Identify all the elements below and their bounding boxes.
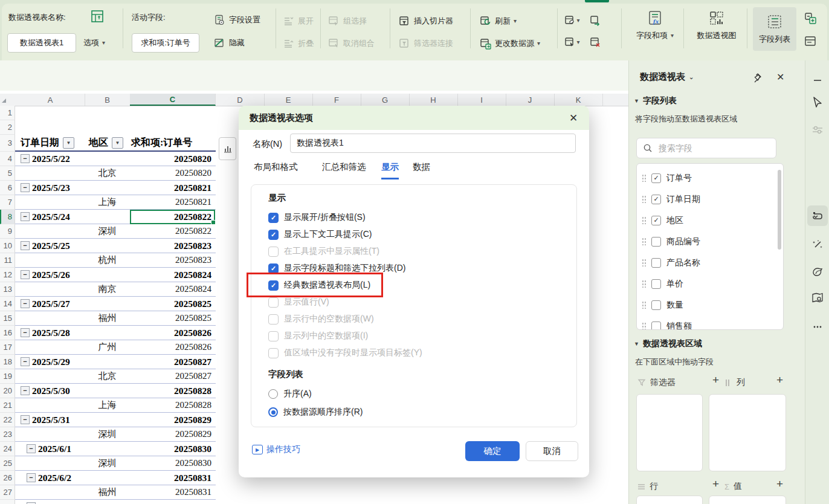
checkbox-icon[interactable]: ✓	[268, 263, 279, 274]
row-number-17[interactable]: 17	[0, 340, 15, 355]
select-all-corner[interactable]	[2, 99, 6, 103]
select-pivot-button[interactable]: ▾	[564, 35, 580, 50]
value-cell[interactable]: 20250820	[130, 166, 211, 180]
region-cell[interactable]: 北京	[85, 369, 130, 383]
row-number-11[interactable]: 11	[0, 253, 15, 268]
column-header-I[interactable]: I	[457, 94, 506, 106]
row-number-28[interactable]: 28	[0, 500, 15, 504]
ok-button[interactable]: 确定	[465, 441, 520, 461]
dialog-checkbox-row[interactable]: 显示列中的空数据项(I)	[268, 328, 368, 344]
column-header-B[interactable]: B	[85, 94, 131, 106]
columns-drop-area[interactable]	[709, 394, 786, 471]
checkbox-icon[interactable]	[268, 247, 279, 257]
field-checkbox[interactable]: ✓	[651, 195, 661, 204]
dialog-checkbox-row[interactable]: ✓显示字段标题和筛选下拉列表(D)	[268, 260, 405, 277]
drag-handle-icon[interactable]	[642, 301, 646, 309]
region-cell[interactable]: 深圳	[85, 224, 130, 238]
delete-pivot-button[interactable]	[587, 35, 603, 50]
more-options-icon[interactable]	[811, 320, 824, 334]
quick-chart-icon[interactable]	[219, 137, 236, 160]
value-cell[interactable]: 20250830	[130, 442, 211, 456]
collapse-minus-icon[interactable]: −	[21, 270, 30, 279]
value-cell[interactable]: 20250824	[130, 282, 211, 296]
group-date-cell[interactable]: −2025/6/2	[16, 471, 85, 485]
pivot-table-icon[interactable]	[91, 10, 104, 23]
collapse-minus-icon[interactable]: −	[21, 357, 30, 366]
value-cell[interactable]: 20250831	[130, 471, 211, 485]
value-cell[interactable]: 20250831	[130, 485, 211, 499]
values-drop-area[interactable]	[709, 496, 786, 504]
column-header-E[interactable]: E	[264, 94, 313, 106]
value-cell[interactable]: 20250823	[130, 253, 211, 267]
column-headers[interactable]: ABCDEFGHIJK	[0, 94, 628, 106]
row-number-5[interactable]: 5	[0, 166, 15, 181]
row-number-6[interactable]: 6	[0, 181, 15, 195]
drag-handle-icon[interactable]	[642, 195, 646, 203]
region-cell[interactable]: 上海	[85, 398, 130, 412]
expand-button[interactable]: 展开	[282, 15, 314, 28]
field-item[interactable]: ✓订单日期	[637, 189, 783, 210]
field-list-button[interactable]: 字段列表	[753, 7, 796, 51]
fields-items-button[interactable]: fx 字段和项▾	[628, 10, 682, 41]
field-headers-icon[interactable]	[802, 34, 818, 48]
value-cell[interactable]: 20250826	[130, 340, 211, 354]
ungroup-button[interactable]: 取消组合	[327, 37, 375, 50]
field-checkbox[interactable]	[651, 279, 661, 289]
magic-wand-icon[interactable]	[811, 238, 824, 251]
group-date-cell[interactable]: −2025/5/25	[16, 239, 85, 253]
value-cell[interactable]: 20250823	[130, 239, 211, 253]
field-settings-button[interactable]: 字段设置	[213, 13, 260, 27]
field-checkbox[interactable]: ✓	[651, 173, 661, 183]
row-number-16[interactable]: 16	[0, 326, 15, 340]
collapse-minus-icon[interactable]: −	[21, 299, 30, 308]
filters-drop-area[interactable]	[636, 394, 703, 471]
field-item[interactable]: 产品名称	[637, 252, 783, 273]
row-number-8[interactable]: 8	[0, 210, 15, 224]
row-number-9[interactable]: 9	[0, 224, 15, 239]
field-item[interactable]: 数量	[637, 294, 783, 315]
region-cell[interactable]: 福州	[85, 485, 130, 499]
checkbox-icon[interactable]	[268, 348, 279, 358]
move-pivot-button[interactable]	[587, 13, 603, 28]
value-cell[interactable]: 20250829	[130, 427, 211, 441]
column-header-G[interactable]: G	[361, 94, 410, 106]
row-number-13[interactable]: 13	[0, 282, 15, 297]
row-number-15[interactable]: 15	[0, 311, 15, 326]
collapse-button[interactable]: 折叠	[282, 37, 314, 50]
close-icon[interactable]: ✕	[566, 111, 581, 125]
value-cell[interactable]: 20250820	[130, 152, 211, 166]
filter-dropdown-icon[interactable]: ▼	[63, 137, 74, 149]
collapse-minus-icon[interactable]: −	[21, 212, 30, 221]
value-cell[interactable]: 20250827	[130, 355, 211, 369]
add-value-icon[interactable]: +	[776, 477, 783, 491]
value-cell[interactable]: 20250832	[130, 500, 211, 504]
checkbox-icon[interactable]	[268, 331, 279, 341]
field-checkbox[interactable]	[651, 258, 661, 268]
field-checkbox[interactable]	[651, 237, 661, 247]
scrollbar-thumb[interactable]	[778, 170, 781, 250]
tab-summary-filter[interactable]: 汇总和筛选	[322, 161, 366, 178]
collapse-minus-icon[interactable]: −	[21, 241, 30, 250]
checkbox-icon[interactable]	[268, 297, 279, 308]
tab-data[interactable]: 数据	[413, 161, 430, 178]
value-cell[interactable]: 20250829	[130, 413, 211, 427]
add-row-icon[interactable]: +	[712, 477, 719, 491]
pivot-chart-button[interactable]: 数据透视图	[689, 10, 744, 41]
adjust-sliders-icon[interactable]	[811, 123, 824, 137]
resource-leaf-icon[interactable]	[811, 265, 824, 278]
pin-icon[interactable]	[752, 73, 763, 83]
group-date-cell[interactable]: −2025/5/31	[16, 413, 85, 427]
collapse-toolbar-icon[interactable]	[811, 74, 824, 87]
region-cell[interactable]: 上海	[85, 195, 130, 209]
dialog-checkbox-row[interactable]: ✓经典数据透视表布局(L)	[268, 277, 370, 294]
collapse-minus-icon[interactable]: −	[21, 328, 30, 337]
column-header-D[interactable]: D	[216, 94, 265, 106]
value-cell[interactable]: 20250827	[130, 369, 211, 383]
insert-slicer-button[interactable]: 插入切片器	[398, 15, 453, 28]
collapse-minus-icon[interactable]: −	[21, 386, 30, 395]
group-date-cell[interactable]: −2025/6/1	[16, 442, 85, 456]
value-cell[interactable]: 20250830	[130, 456, 211, 470]
search-box[interactable]	[636, 138, 776, 158]
column-header-C[interactable]: C	[130, 94, 216, 106]
field-item[interactable]: 商品编号	[637, 231, 783, 252]
